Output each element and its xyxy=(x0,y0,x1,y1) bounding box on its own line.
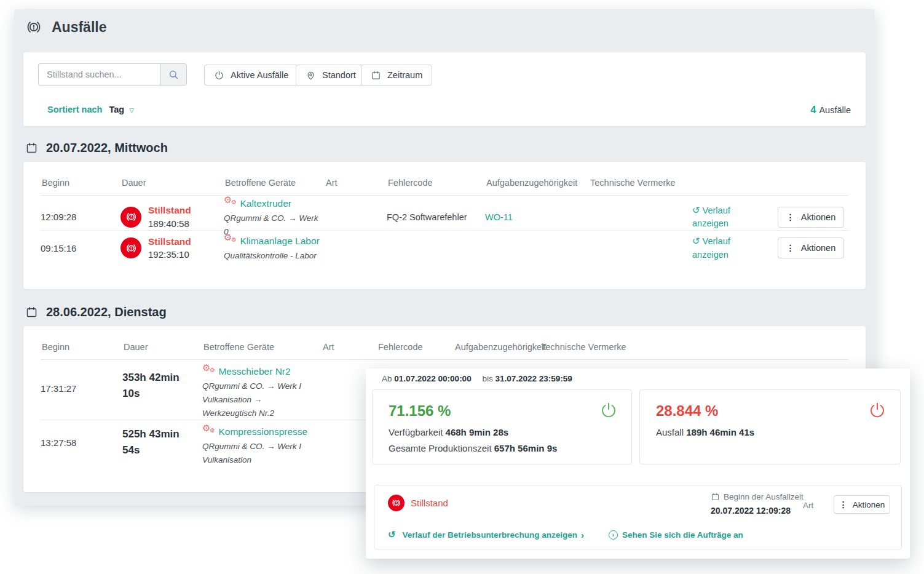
outage-count: 4Ausfälle xyxy=(810,104,851,116)
duration-value: 525h 43min 54s xyxy=(122,426,193,458)
show-history-link[interactable]: ↺Verlauf anzeigen xyxy=(692,204,743,231)
calendar-icon xyxy=(25,306,38,319)
range-to-value: 31.07.2022 23:59:59 xyxy=(495,374,572,383)
kebab-icon: ⋮ xyxy=(786,212,795,222)
history-icon: ↺ xyxy=(388,529,396,540)
power-off-icon xyxy=(868,401,886,420)
status-label: Stillstand xyxy=(148,235,191,249)
outage-count-value: 4 xyxy=(810,104,816,115)
col-vermerke: Technische Vermerke xyxy=(541,342,848,352)
total-production-time: 657h 56min 9s xyxy=(494,443,558,453)
interruption-history-link[interactable]: ↺ Verlauf der Betriebsunterbrechung anze… xyxy=(388,529,584,540)
beginn-value: 17:31:27 xyxy=(41,360,122,394)
workorder-link[interactable]: WO-11 xyxy=(485,212,589,222)
status-cell: Stillstand xyxy=(388,495,448,511)
calendar-icon xyxy=(711,492,720,501)
search-icon xyxy=(168,69,180,81)
active-outages-filter-button[interactable]: Aktive Ausfälle xyxy=(204,65,298,86)
duration-value: 189:40:58 xyxy=(148,217,191,230)
chevron-right-icon: › xyxy=(581,530,584,540)
fehlercode-value: FQ-2 Softwarefehler xyxy=(387,212,485,222)
device-path: QRgummi & CO. → Werk I Vulkanisation xyxy=(202,440,314,466)
location-filter-button[interactable]: Standort xyxy=(296,65,366,86)
availability-details: Verfügbarkeit 468h 9min 28s Gesamte Prod… xyxy=(389,425,557,456)
device-link[interactable]: Messchieber Nr2 xyxy=(218,366,290,377)
col-dauer: Dauer xyxy=(124,342,203,352)
range-to-label: bis xyxy=(482,374,492,383)
history-icon: ↺ xyxy=(692,205,700,215)
aktionen-button[interactable]: ⋮ Aktionen xyxy=(778,207,844,228)
table-header-row: Beginn Dauer Betroffene Geräte Art Fehle… xyxy=(41,326,848,360)
duration-value: 192:35:10 xyxy=(148,248,191,261)
aktionen-button[interactable]: ⋮ Aktionen xyxy=(778,237,844,258)
col-art: Art xyxy=(326,178,388,188)
range-from-value: 01.07.2022 00:00:00 xyxy=(394,374,471,383)
period-filter-button[interactable]: Zeitraum xyxy=(361,65,432,86)
outage-start-block: Beginn der Ausfallzeit 20.07.2022 12:09:… xyxy=(711,492,804,516)
status-label: Stillstand xyxy=(148,204,191,217)
search-input[interactable] xyxy=(38,63,160,86)
show-history-link[interactable]: ↺Verlauf anzeigen xyxy=(692,234,743,262)
day-date: 28.06.2022, Dienstag xyxy=(46,305,167,319)
downtime-details: Ausfall 189h 46min 41s xyxy=(656,425,754,440)
col-geraete: Betroffene Geräte xyxy=(225,178,326,188)
outage-start-label: Beginn der Ausfallzeit xyxy=(724,492,804,501)
period-filter-label: Zeitraum xyxy=(387,70,422,80)
availability-card: 71.156 % Verfügbarkeit 468h 9min 28s Ges… xyxy=(372,389,632,464)
downtime-card: 28.844 % Ausfall 189h 46min 41s xyxy=(639,389,901,464)
status-cell: Stillstand 189:40:58 xyxy=(120,204,224,230)
view-orders-link[interactable]: › Sehen Sie sich die Aufträge an xyxy=(609,530,743,540)
stillstand-badge-icon xyxy=(388,495,405,511)
power-icon xyxy=(214,70,224,81)
search-group xyxy=(38,63,187,86)
sort-control[interactable]: Sortiert nach Tag ▽ xyxy=(47,105,134,114)
col-beginn: Beginn xyxy=(42,178,122,188)
outage-count-label: Ausfälle xyxy=(819,105,851,115)
device-cell: ⚙⚙ Kaltextruder QRgummi & CO. → Werk 0 xyxy=(224,196,325,239)
col-dauer: Dauer xyxy=(122,178,225,188)
outage-table: Beginn Dauer Betroffene Geräte Art Fehle… xyxy=(23,162,866,289)
location-filter-label: Standort xyxy=(322,70,356,80)
aktionen-button[interactable]: ⋮ Aktionen xyxy=(834,495,890,514)
date-range: Ab 01.07.2022 00:00:00 bis 31.07.2022 23… xyxy=(382,374,572,383)
machine-gears-icon: ⚙⚙ xyxy=(202,424,216,435)
filter-card: Aktive Ausfälle Standort Zeitraum Sortie… xyxy=(23,52,866,126)
table-row: 12:09:28 Stillstand 189:40:58 xyxy=(41,196,848,230)
status-label: Stillstand xyxy=(411,498,448,508)
beginn-value: 13:27:58 xyxy=(41,420,122,448)
col-art: Art xyxy=(323,342,378,352)
outage-detail-card: Stillstand Beginn der Ausfallzeit 20.07.… xyxy=(374,485,902,549)
sorted-by-value: Tag xyxy=(109,105,124,114)
page-header: Ausfälle xyxy=(25,18,106,36)
kebab-icon: ⋮ xyxy=(786,243,795,253)
day-section-heading: 28.06.2022, Dienstag xyxy=(25,305,167,319)
col-beginn: Beginn xyxy=(42,342,124,352)
location-pin-icon xyxy=(306,70,316,81)
machine-gears-icon: ⚙⚙ xyxy=(224,196,237,207)
chevron-down-icon: ▽ xyxy=(129,106,134,114)
page-title: Ausfälle xyxy=(52,19,106,36)
range-from-label: Ab xyxy=(382,374,392,383)
col-aufgabe: Aufgabenzugehörigkeit xyxy=(486,178,590,188)
device-path: QRgummi & CO. → Werk I Vulkanisation → W… xyxy=(202,380,314,420)
detail-links: ↺ Verlauf der Betriebsunterbrechung anze… xyxy=(388,529,743,540)
device-cell: ⚙⚙ Klimaanlage Labor Qualitätskontrolle … xyxy=(224,233,325,263)
status-cell: Stillstand 192:35:10 xyxy=(120,235,224,261)
stillstand-badge-icon xyxy=(120,237,141,258)
device-link[interactable]: Kaltextruder xyxy=(240,198,291,209)
device-link[interactable]: Kompressionspresse xyxy=(218,426,307,437)
day-date: 20.07.2022, Mittwoch xyxy=(46,141,168,155)
outage-alert-icon xyxy=(25,18,42,36)
circle-chevron-icon: › xyxy=(609,530,618,540)
active-outages-label: Aktive Ausfälle xyxy=(231,70,288,80)
outage-detail-overlay: Ab 01.07.2022 00:00:00 bis 31.07.2022 23… xyxy=(366,369,910,559)
availability-percent: 71.156 % xyxy=(389,402,451,420)
power-on-icon xyxy=(599,401,618,420)
downtime-percent: 28.844 % xyxy=(656,402,718,420)
calendar-icon xyxy=(25,142,38,154)
device-link[interactable]: Klimaanlage Labor xyxy=(240,236,319,246)
day-section-heading: 20.07.2022, Mittwoch xyxy=(25,141,168,155)
search-button[interactable] xyxy=(160,63,187,86)
table-row: 09:15:16 Stillstand 192:35:10 xyxy=(41,230,848,265)
device-path: Qualitätskontrolle - Labor xyxy=(224,249,320,263)
